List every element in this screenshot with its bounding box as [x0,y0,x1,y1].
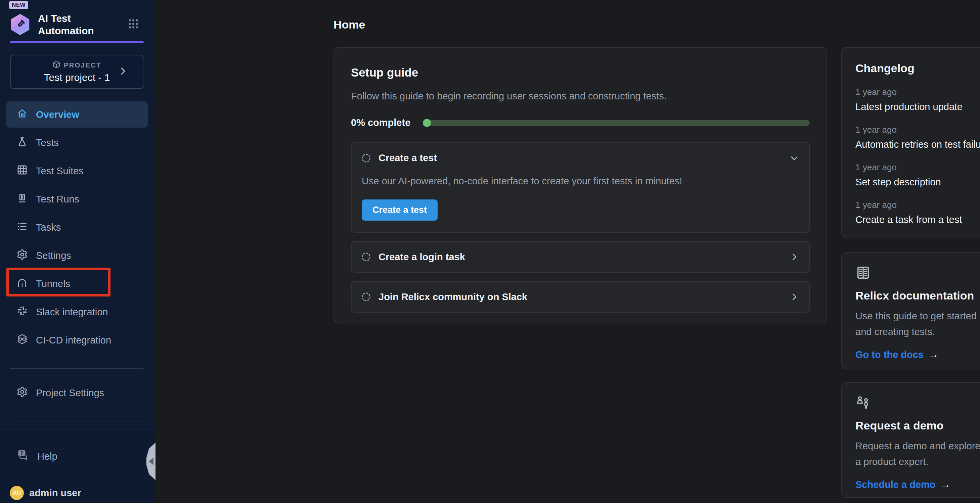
changelog-entry: 1 year ago Automatic retries on test fai… [855,124,980,150]
sidebar-item-overview[interactable]: Overview [6,102,148,127]
slack-icon [16,305,28,319]
user-menu[interactable]: AU admin user [10,486,81,500]
changelog-time: 1 year ago [855,200,980,210]
changelog-time: 1 year ago [855,87,980,97]
documentation-title: Relicx documentation [855,289,980,302]
sidebar-divider [10,421,143,422]
tasks-icon [16,221,28,234]
changelog-time: 1 year ago [855,162,980,173]
changelog-entry: 1 year ago Create a task from a test [855,200,980,225]
app-launcher-icon[interactable] [127,18,139,31]
user-name: admin user [29,487,81,499]
arrow-right-icon: → [928,349,939,361]
app-title: AI Test Automation [38,12,105,37]
sidebar-item-label: Slack integration [36,307,108,318]
changelog-text: Set step description [855,177,980,188]
documentation-card: Relicx documentation Use this guide to g… [841,252,980,369]
chevron-right-icon [789,252,799,261]
changelog-entry: 1 year ago Latest production update [855,87,980,113]
project-label: PROJECT [64,61,102,69]
gear-icon [16,249,28,263]
home-icon [16,108,28,121]
sidebar-item-tasks[interactable]: Tasks [6,214,148,240]
project-name: Test project - 1 [44,72,110,83]
sidebar-item-tests[interactable]: Tests [6,130,148,156]
chevron-right-icon [118,66,128,78]
app-header: AI Test Automation [10,12,145,37]
docs-link-row[interactable]: Go to the docs → [855,349,980,361]
sidebar-item-cicd-integration[interactable]: CI-CD integration [6,327,148,353]
sidebar-item-settings[interactable]: Settings [6,242,148,269]
progress-bar [424,120,810,126]
sidebar-item-label: Tasks [36,222,61,233]
help-chat-icon: ? [16,449,30,465]
changelog-entry: 1 year ago Set step description [855,162,980,188]
sidebar-nav: Overview Tests Test Suites [6,102,148,353]
step-description: Use our AI-powered, no-code interface to… [362,176,799,187]
step-label: Create a test [379,153,437,164]
test-runs-icon [16,193,28,206]
request-demo-description: Request a demo and explore Relicx's capa… [855,438,980,470]
sidebar: NEW AI Test Automation [0,0,154,503]
app-logo-icon [10,13,30,36]
sidebar-footer: ? Help AU admin user [0,430,154,503]
brand-divider [10,41,144,43]
sidebar-item-tunnels[interactable]: Tunnels [6,271,148,297]
svg-text:?: ? [21,450,24,456]
sidebar-item-test-suites[interactable]: Test Suites [6,158,148,184]
sidebar-item-slack-integration[interactable]: Slack integration [6,299,148,325]
sidebar-item-label: Tunnels [36,279,70,290]
sidebar-item-label: Test Suites [36,166,84,177]
sidebar-divider [10,368,143,369]
changelog-text: Create a task from a test [855,214,980,225]
sidebar-item-label: Overview [36,109,79,120]
people-icon [855,406,871,411]
changelog-card: Changelog 1 year ago Latest production u… [841,47,980,239]
schedule-demo-link[interactable]: Schedule a demo [855,479,935,490]
incomplete-step-icon [362,293,371,301]
setup-guide-description: Follow this guide to begin recording use… [351,91,810,102]
incomplete-step-icon [362,253,371,261]
step-join-slack-community[interactable]: Join Relicx community on Slack [351,281,810,313]
setup-guide-card: Setup guide Follow this guide to begin r… [334,47,827,323]
sidebar-item-label: Tests [36,137,59,148]
chevron-right-icon [789,292,799,301]
main-content: Home Setup guide Follow this guide to be… [154,0,980,503]
request-demo-title: Request a demo [855,419,980,432]
setup-steps: Create a test Use our AI-powered, no-cod… [351,142,810,313]
project-selector[interactable]: PROJECT Test project - 1 [10,55,143,89]
go-to-docs-link[interactable]: Go to the docs [855,349,924,360]
incomplete-step-icon [362,154,371,162]
setup-progress: 0% complete [351,117,810,128]
cicd-icon [16,333,28,347]
step-label: Join Relicx community on Slack [379,291,527,302]
tunnel-icon [16,277,28,291]
step-label: Create a login task [379,252,465,263]
step-create-a-test[interactable]: Create a test Use our AI-powered, no-cod… [351,142,810,233]
progress-knob [423,119,431,127]
documentation-description: Use this guide to get started recording … [855,308,980,340]
sidebar-item-label: Test Runs [36,194,79,205]
changelog-text: Automatic retries on test failure [855,139,980,150]
setup-guide-title: Setup guide [351,66,810,79]
gear-icon [16,386,28,400]
chevron-down-icon [789,153,799,163]
step-create-login-task[interactable]: Create a login task [351,241,810,273]
flask-icon [16,136,28,150]
demo-link-row[interactable]: Schedule a demo → [855,479,980,490]
changelog-time: 1 year ago [855,124,980,135]
sidebar-item-project-settings[interactable]: Project Settings [6,380,148,406]
sidebar-item-test-runs[interactable]: Test Runs [6,186,148,212]
package-icon [52,60,60,70]
sidebar-item-label: CI-CD integration [36,335,111,346]
help-button[interactable]: ? Help [6,443,134,470]
sidebar-item-label: Settings [36,250,71,261]
progress-label: 0% complete [351,117,410,128]
help-label: Help [37,451,57,462]
arrow-right-icon: → [940,479,951,490]
changelog-title: Changelog [855,62,980,75]
create-test-button[interactable]: Create a test [362,199,438,221]
avatar: AU [10,486,24,500]
page-title: Home [334,18,365,31]
changelog-text: Latest production update [855,102,980,113]
